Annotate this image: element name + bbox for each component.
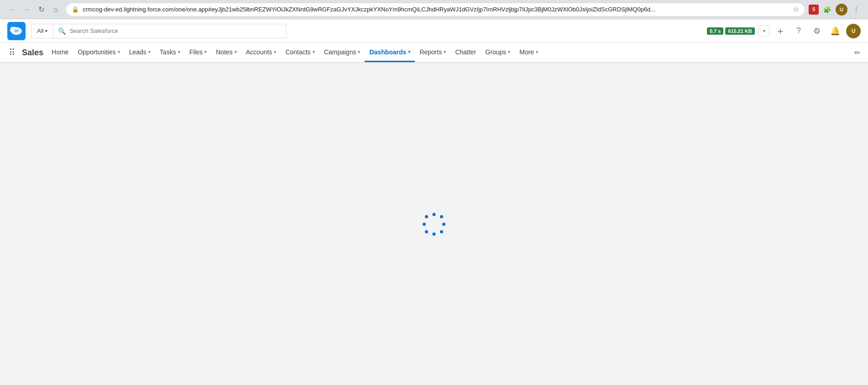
nav-item-tasks[interactable]: Tasks ▾ [155,43,185,62]
sf-nav: ⠿ Sales Home Opportunities ▾ Leads ▾ Tas… [0,43,868,63]
nav-label-tasks: Tasks [160,48,176,56]
nav-item-reports[interactable]: Reports ▾ [415,43,450,62]
leads-chevron-icon: ▾ [148,49,151,54]
spinner-dot-1 [433,213,436,216]
nav-label-home: Home [52,48,68,56]
svg-text:SF: SF [14,28,19,32]
nav-item-home[interactable]: Home [47,43,73,62]
loading-spinner [423,213,445,236]
search-input-wrapper: 🔍 [53,24,287,38]
spinner-dot-6 [425,230,428,233]
app-launcher-button[interactable]: ⠿ [4,44,20,61]
profile-button[interactable]: U [835,3,848,16]
spinner-dot-4 [440,230,443,233]
notifications-button[interactable]: 🔔 [828,24,842,38]
nav-label-reports: Reports [419,48,442,56]
nav-label-opportunities: Opportunities [78,48,115,56]
notes-chevron-icon: ▾ [235,49,237,54]
search-container: All ▾ 🔍 [31,24,287,38]
nav-label-leads: Leads [129,48,146,56]
dashboards-chevron-icon: ▾ [408,49,410,54]
search-filter-label: All [37,27,43,34]
search-filter-button[interactable]: All ▾ [31,24,53,38]
browser-right-icons: S 🧩 U ⋮ [809,3,863,16]
nav-label-files: Files [189,48,203,56]
reports-chevron-icon: ▾ [444,49,446,54]
perf-dropdown-button[interactable]: ▾ [758,26,769,37]
nav-label-more: More [519,48,534,56]
groups-chevron-icon: ▾ [508,49,510,54]
spinner-dot-8 [425,215,428,218]
perf-time-badge: 0.7 s [707,27,723,35]
search-icon: 🔍 [58,27,66,35]
nav-label-campaigns: Campaigns [324,48,356,56]
nav-edit-button[interactable]: ✏ [850,45,864,60]
address-bar[interactable]: 🔒 crmcog-dev-ed.lightning.force.com/one/… [66,3,805,16]
nav-item-leads[interactable]: Leads ▾ [125,43,155,62]
perf-size-badge: 615.21 KB [725,27,755,35]
app-name: Sales [22,48,43,58]
back-button[interactable]: ← [5,3,18,16]
sf-header: SF All ▾ 🔍 0.7 s 615.21 KB ▾ ＋ ? ⚙ 🔔 U [0,19,868,43]
nav-label-chatter: Chatter [455,48,476,56]
tasks-chevron-icon: ▾ [178,49,180,54]
nav-item-more[interactable]: More ▾ [515,43,543,62]
home-button[interactable]: ⌂ [49,3,62,16]
nav-items: Home Opportunities ▾ Leads ▾ Tasks ▾ Fil… [47,43,850,62]
nav-item-files[interactable]: Files ▾ [185,43,212,62]
nav-item-dashboards[interactable]: Dashboards ▾ [365,43,415,62]
add-button[interactable]: ＋ [773,24,788,38]
user-avatar[interactable]: U [846,24,861,38]
opportunities-chevron-icon: ▾ [118,49,120,54]
forward-button[interactable]: → [20,3,33,16]
grid-icon: ⠿ [9,47,16,58]
user-avatar-browser: U [836,4,847,16]
reload-button[interactable]: ↻ [35,3,47,16]
browser-nav-buttons: ← → ↻ ⌂ [5,3,62,16]
nav-item-campaigns[interactable]: Campaigns ▾ [319,43,365,62]
campaigns-chevron-icon: ▾ [358,49,360,54]
nav-item-groups[interactable]: Groups ▾ [481,43,515,62]
settings-button[interactable]: ⚙ [810,24,824,38]
extension-icon[interactable]: S [809,5,819,15]
nav-label-contacts: Contacts [285,48,310,56]
sf-header-right: 0.7 s 615.21 KB ▾ ＋ ? ⚙ 🔔 U [707,24,861,38]
browser-chrome: ← → ↻ ⌂ 🔒 crmcog-dev-ed.lightning.force.… [0,0,868,19]
files-chevron-icon: ▾ [204,49,207,54]
url-text: crmcog-dev-ed.lightning.force.com/one/on… [83,6,789,13]
main-content [0,63,868,385]
filter-chevron-icon: ▾ [45,28,47,33]
performance-badges: 0.7 s 615.21 KB [707,27,755,35]
contacts-chevron-icon: ▾ [313,49,315,54]
spinner-dot-2 [440,215,443,218]
nav-label-dashboards: Dashboards [369,48,406,56]
nav-item-contacts[interactable]: Contacts ▾ [281,43,319,62]
spinner-dot-3 [442,222,445,226]
nav-item-accounts[interactable]: Accounts ▾ [241,43,281,62]
help-button[interactable]: ? [791,24,806,38]
extensions-button[interactable]: 🧩 [821,3,833,16]
nav-item-notes[interactable]: Notes ▾ [211,43,241,62]
nav-item-chatter[interactable]: Chatter [450,43,481,62]
spinner-dot-7 [423,222,426,226]
nav-label-groups: Groups [485,48,506,56]
search-input[interactable] [69,27,282,34]
salesforce-logo[interactable]: SF [7,22,26,40]
spinner-dot-5 [433,232,436,236]
nav-label-accounts: Accounts [246,48,272,56]
browser-menu-button[interactable]: ⋮ [850,3,863,16]
lock-icon: 🔒 [72,6,79,13]
more-chevron-icon: ▾ [536,49,538,54]
nav-item-opportunities[interactable]: Opportunities ▾ [73,43,124,62]
nav-label-notes: Notes [216,48,233,56]
accounts-chevron-icon: ▾ [274,49,276,54]
bookmark-icon[interactable]: ☆ [793,5,799,14]
